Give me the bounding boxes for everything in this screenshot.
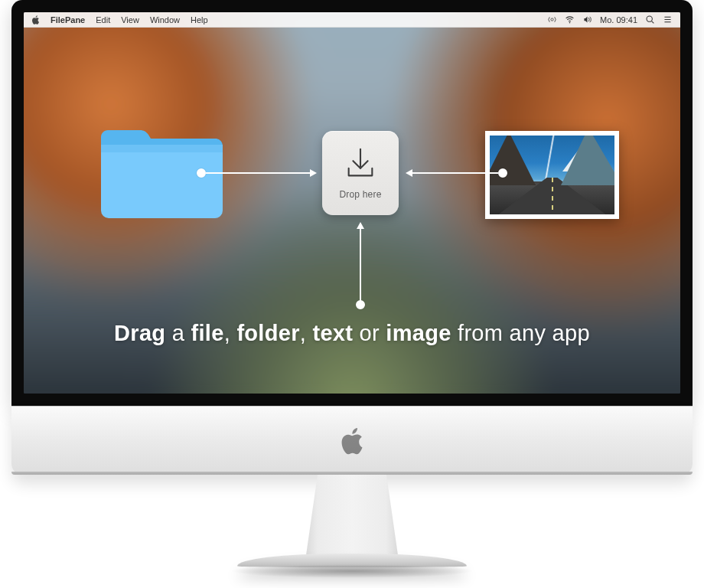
imac-chin [11,406,693,475]
menubar-app-name[interactable]: FilePane [51,15,85,24]
menubar-item-window[interactable]: Window [150,15,180,24]
macos-menubar: FilePane Edit View Window Help [24,12,680,28]
svg-rect-8 [101,145,223,152]
apple-menu-icon[interactable] [31,15,40,24]
dropzone-label: Drop here [339,189,381,200]
volume-icon[interactable] [582,15,592,24]
connector-line [412,172,498,174]
svg-point-1 [569,22,571,24]
airdrop-icon[interactable] [547,15,557,24]
svg-point-2 [647,16,652,21]
caption-word-file: file [191,321,224,345]
svg-point-0 [551,18,553,21]
spotlight-icon[interactable] [645,15,655,24]
svg-rect-7 [101,145,223,218]
caption-word-image: image [386,321,451,345]
apple-logo-icon [341,427,363,455]
connector-line [206,172,310,174]
caption-word-folder: folder [236,321,299,345]
wifi-icon[interactable] [565,15,575,24]
imac-mockup: FilePane Edit View Window Help [11,0,693,567]
download-icon [343,146,378,185]
menubar-item-help[interactable]: Help [191,15,208,24]
arrow-head-icon [310,169,317,177]
connector-node [197,168,206,178]
connector-node [498,168,507,178]
instruction-caption: Drag a file, folder, text or image from … [24,321,680,346]
screen-bezel: FilePane Edit View Window Help [11,0,693,406]
connector-line [360,228,361,302]
caption-word-drag: Drag [114,321,165,345]
caption-word-text: text [312,321,353,345]
promo-content: Drop here [24,28,680,394]
arrow-head-icon [406,169,412,177]
arrow-head-icon [357,222,364,229]
desktop-screen: FilePane Edit View Window Help [24,12,680,394]
imac-stand-foot [237,554,467,567]
menubar-item-edit[interactable]: Edit [96,15,110,24]
notification-center-icon[interactable] [663,15,673,24]
menubar-clock[interactable]: Mo. 09:41 [600,15,637,24]
menubar-item-view[interactable]: View [121,15,139,24]
svg-line-3 [652,21,654,24]
imac-stand-neck [295,475,409,555]
drop-here-zone[interactable]: Drop here [322,131,399,215]
